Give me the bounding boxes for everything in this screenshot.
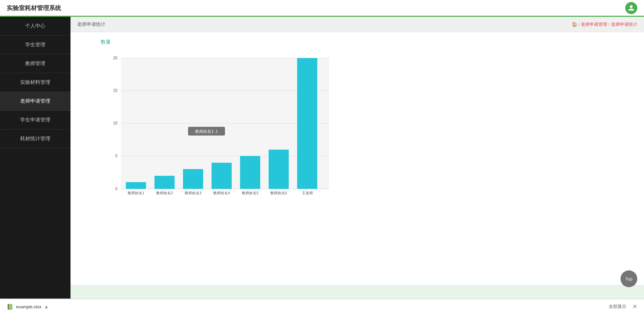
svg-text:10: 10 xyxy=(113,121,118,125)
page-header: 老师申请统计 🏠 / 老师申请管理 / 老师申请统计 xyxy=(71,17,644,32)
breadcrumb-parent[interactable]: 老师申请管理 xyxy=(581,21,607,28)
bar-5 xyxy=(240,156,260,189)
file-icon: 📗 xyxy=(7,304,13,310)
bottom-bar xyxy=(71,285,644,299)
svg-text:20: 20 xyxy=(113,56,118,60)
chart-svg: 20 15 10 5 0 教师姓名1 教师姓名2 教师 xyxy=(101,48,336,202)
sidebar: 个人中心 学生管理 教师管理 实验材料管理 老师申请管理 学生申请管理 耗材统计… xyxy=(0,17,71,299)
svg-text:教师姓名5: 教师姓名5 xyxy=(242,191,259,195)
main-content: 老师申请统计 🏠 / 老师申请管理 / 老师申请统计 数量 xyxy=(71,17,644,299)
download-file: 📗 example.xlsx ▲ xyxy=(7,304,49,310)
download-filename: example.xlsx xyxy=(16,304,41,309)
bar-7 xyxy=(297,58,317,189)
bar-1 xyxy=(126,182,146,189)
bar-2 xyxy=(154,176,175,189)
chart-wrapper: 20 15 10 5 0 教师姓名1 教师姓名2 教师 xyxy=(101,48,336,202)
chart-area: 数量 20 15 10 5 xyxy=(71,32,644,285)
svg-text:5: 5 xyxy=(115,154,118,158)
sidebar-item-teacher-apply-management[interactable]: 老师申请管理 xyxy=(0,92,71,111)
download-chevron-icon[interactable]: ▲ xyxy=(44,304,49,309)
svg-text:15: 15 xyxy=(113,88,118,93)
svg-text:0: 0 xyxy=(115,187,118,191)
svg-text:教师姓名3: 教师姓名3 xyxy=(185,191,201,195)
bar-3 xyxy=(183,169,203,189)
svg-text:教师姓名1: 教师姓名1 xyxy=(128,191,144,195)
svg-text:教师姓名1: 1: 教师姓名1: 1 xyxy=(195,129,218,134)
bar-4 xyxy=(212,163,232,189)
top-button[interactable]: Top xyxy=(620,270,637,287)
sidebar-item-student-apply-management[interactable]: 学生申请管理 xyxy=(0,111,71,129)
breadcrumb: 🏠 / 老师申请管理 / 老师申请统计 xyxy=(572,21,637,28)
sidebar-item-teacher-management[interactable]: 教师管理 xyxy=(0,54,71,73)
download-bar: 📗 example.xlsx ▲ 全部显示 ✕ xyxy=(0,299,644,314)
svg-text:王老师: 王老师 xyxy=(302,191,313,195)
sidebar-item-material-management[interactable]: 实验材料管理 xyxy=(0,73,71,92)
body-container: 个人中心 学生管理 教师管理 实验材料管理 老师申请管理 学生申请管理 耗材统计… xyxy=(0,17,644,299)
page-header-title: 老师申请统计 xyxy=(77,21,105,28)
sidebar-item-personal-center[interactable]: 个人中心 xyxy=(0,17,71,36)
download-close-button[interactable]: ✕ xyxy=(632,303,637,310)
sidebar-item-student-management[interactable]: 学生管理 xyxy=(0,36,71,54)
app-header: 实验室耗材管理系统 xyxy=(0,0,644,17)
user-avatar[interactable] xyxy=(625,2,637,14)
bar-6 xyxy=(269,150,289,189)
chart-y-label[interactable]: 数量 xyxy=(101,39,631,45)
breadcrumb-current: 老师申请统计 xyxy=(611,21,637,28)
svg-text:教师姓名4: 教师姓名4 xyxy=(213,191,230,195)
breadcrumb-home[interactable]: 🏠 xyxy=(572,22,577,27)
svg-text:教师姓名2: 教师姓名2 xyxy=(156,191,173,195)
svg-text:教师姓名6: 教师姓名6 xyxy=(270,191,287,195)
download-right: 全部显示 ✕ xyxy=(609,303,637,310)
show-all-button[interactable]: 全部显示 xyxy=(609,304,626,310)
breadcrumb-sep2: / xyxy=(608,22,610,27)
app-title: 实验室耗材管理系统 xyxy=(7,4,61,12)
sidebar-item-consumable-stats[interactable]: 耗材统计管理 xyxy=(0,129,71,148)
breadcrumb-sep1: / xyxy=(579,22,580,27)
